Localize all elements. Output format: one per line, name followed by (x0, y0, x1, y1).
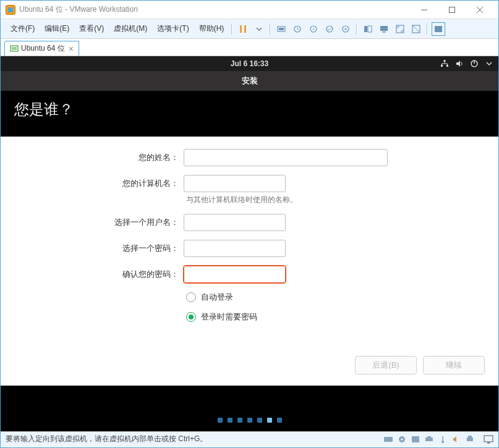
snapshot-manager-icon[interactable] (339, 22, 352, 36)
svg-rect-15 (368, 26, 372, 32)
svg-rect-32 (412, 436, 419, 442)
row-password: 选择一个密码： (1, 240, 498, 257)
sound-icon[interactable] (451, 435, 461, 444)
require-password-label: 登录时需要密码 (201, 311, 257, 323)
network-icon[interactable] (440, 59, 449, 68)
svg-line-20 (412, 25, 420, 33)
cd-icon[interactable] (397, 435, 407, 444)
snapshot-icon[interactable] (291, 22, 304, 36)
menu-help[interactable]: 帮助(H) (194, 21, 229, 36)
svg-rect-24 (441, 65, 443, 67)
floppy-icon[interactable] (411, 435, 420, 444)
menu-file[interactable]: 文件(F) (6, 21, 40, 36)
svg-rect-40 (487, 442, 490, 444)
maximize-button[interactable] (438, 1, 466, 19)
window-title: Ubuntu 64 位 - VMware Workstation (19, 4, 410, 15)
svg-rect-16 (380, 26, 388, 31)
display-icon[interactable] (484, 435, 493, 444)
svg-rect-39 (484, 436, 493, 442)
tab-close-icon[interactable]: × (69, 44, 74, 53)
svg-point-35 (441, 441, 444, 443)
unity-icon[interactable] (409, 22, 423, 36)
page-heading: 您是谁？ (14, 99, 74, 119)
menu-vm[interactable]: 虚拟机(M) (109, 21, 152, 36)
progress-dot (218, 418, 223, 423)
tab-strip: Ubuntu 64 位 × (1, 39, 498, 56)
dropdown-icon[interactable] (252, 22, 266, 36)
progress-dot (247, 418, 252, 423)
require-password-option[interactable]: 登录时需要密码 (186, 311, 498, 323)
svg-rect-21 (435, 26, 442, 32)
status-device-icons (383, 435, 493, 444)
window-titlebar: Ubuntu 64 位 - VMware Workstation (1, 1, 498, 19)
username-input[interactable] (184, 214, 286, 231)
nav-buttons: 后退(B) 继续 (355, 356, 485, 374)
power-icon[interactable] (470, 59, 479, 68)
pause-icon[interactable] (236, 22, 250, 36)
password-label: 选择一个密码： (1, 243, 184, 254)
view-single-icon[interactable] (361, 22, 375, 36)
svg-point-31 (401, 438, 403, 440)
svg-rect-14 (364, 26, 367, 32)
svg-rect-7 (279, 28, 284, 30)
menu-tabs[interactable]: 选项卡(T) (152, 21, 194, 36)
auto-login-option[interactable]: 自动登录 (186, 292, 498, 303)
svg-rect-33 (425, 437, 433, 441)
name-input[interactable] (184, 149, 388, 166)
chevron-down-icon[interactable] (485, 59, 493, 68)
progress-dot (237, 418, 242, 423)
confirm-password-input[interactable] (184, 266, 286, 283)
row-confirm: 确认您的密码： (1, 266, 498, 283)
computer-label: 您的计算机名： (1, 178, 184, 189)
minimize-button[interactable] (410, 1, 438, 19)
row-computer: 您的计算机名： (1, 175, 498, 192)
snapshot-take-icon[interactable]: + (307, 22, 320, 36)
printer-icon[interactable] (465, 435, 475, 444)
auto-login-label: 自动登录 (201, 292, 233, 303)
fullscreen-icon[interactable] (393, 22, 407, 36)
progress-dot (257, 418, 262, 423)
status-text: 要将输入定向到该虚拟机，请在虚拟机内部单击或按 Ctrl+G。 (6, 434, 207, 444)
back-button[interactable]: 后退(B) (355, 356, 417, 374)
radio-checked-icon[interactable] (186, 312, 196, 322)
send-keys-icon[interactable] (275, 22, 288, 36)
menubar: 文件(F) 编辑(E) 查看(V) 虚拟机(M) 选项卡(T) 帮助(H) + (1, 19, 498, 39)
svg-text:+: + (312, 27, 315, 32)
vm-tab[interactable]: Ubuntu 64 位 × (4, 41, 79, 56)
row-username: 选择一个用户名： (1, 214, 498, 231)
clock-text: Jul 6 16:33 (231, 59, 268, 68)
close-button[interactable] (466, 1, 493, 19)
radio-unchecked-icon[interactable] (186, 292, 196, 302)
confirm-label: 确认您的密码： (1, 269, 184, 280)
menu-edit[interactable]: 编辑(E) (40, 21, 74, 36)
usb-icon[interactable] (438, 435, 448, 444)
installer-title: 安装 (242, 75, 258, 87)
progress-dot (228, 418, 232, 423)
svg-rect-34 (427, 436, 431, 437)
svg-rect-17 (382, 32, 386, 33)
vmware-app-icon (6, 5, 15, 15)
progress-dots (1, 418, 498, 423)
svg-rect-18 (396, 25, 404, 33)
view-console-icon[interactable] (377, 22, 391, 36)
computer-input[interactable] (184, 175, 286, 192)
system-tray[interactable] (440, 56, 493, 71)
password-input[interactable] (184, 240, 286, 257)
volume-icon[interactable] (455, 59, 464, 68)
snapshot-revert-icon[interactable] (323, 22, 336, 36)
vm-tab-icon (10, 44, 19, 53)
form-area: 您的姓名： 您的计算机名： 与其他计算机联络时使用的名称。 选择一个用户名： 选… (1, 137, 498, 386)
stretch-icon[interactable] (432, 22, 445, 36)
disk-icon[interactable] (383, 435, 393, 444)
continue-button[interactable]: 继续 (423, 356, 485, 374)
menu-view[interactable]: 查看(V) (74, 21, 109, 36)
network-adapter-icon[interactable] (424, 435, 434, 444)
name-label: 您的姓名： (1, 152, 184, 163)
progress-dot-current (267, 418, 272, 423)
svg-rect-5 (244, 25, 246, 33)
vm-viewport[interactable]: Jul 6 16:33 安装 您是谁？ 您的姓名： 您的计算机名： 与其他计算机… (1, 56, 498, 431)
svg-rect-38 (468, 436, 472, 437)
toolbar-separator (231, 23, 232, 35)
svg-rect-26 (446, 65, 448, 67)
toolbar-separator (270, 23, 271, 35)
